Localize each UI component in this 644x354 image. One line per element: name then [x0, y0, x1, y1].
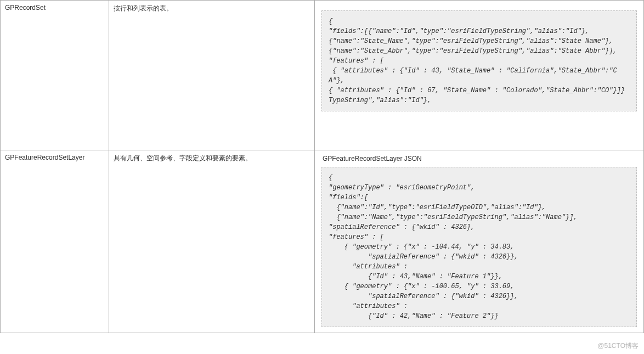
data-types-table: GPRecordSet 按行和列表示的表。 { "fields":[{"name… [0, 0, 644, 333]
cell-type-name: GPFeatureRecordSetLayer [1, 150, 109, 333]
type-name-text: GPRecordSet [5, 4, 46, 12]
cell-type-name: GPRecordSet [1, 1, 109, 150]
description-text: 具有几何、空间参考、字段定义和要素的要素。 [114, 154, 252, 162]
cell-example: GPFeatureRecordSetLayer JSON { "geometry… [315, 150, 644, 333]
cell-example: { "fields":[{"name":"Id","type":"esriFie… [315, 1, 644, 150]
table-row: GPFeatureRecordSetLayer 具有几何、空间参考、字段定义和要… [1, 150, 644, 333]
description-text: 按行和列表示的表。 [114, 4, 173, 12]
code-block: { "fields":[{"name":"Id","type":"esriFie… [321, 10, 637, 111]
table-row: GPRecordSet 按行和列表示的表。 { "fields":[{"name… [1, 1, 644, 150]
type-name-text: GPFeatureRecordSetLayer [5, 154, 84, 161]
cell-description: 具有几何、空间参考、字段定义和要素的要素。 [109, 150, 315, 333]
example-title: GPFeatureRecordSetLayer JSON [323, 155, 637, 162]
cell-description: 按行和列表示的表。 [109, 1, 315, 150]
code-block: { "geometryType" : "esriGeometryPoint", … [321, 167, 637, 327]
